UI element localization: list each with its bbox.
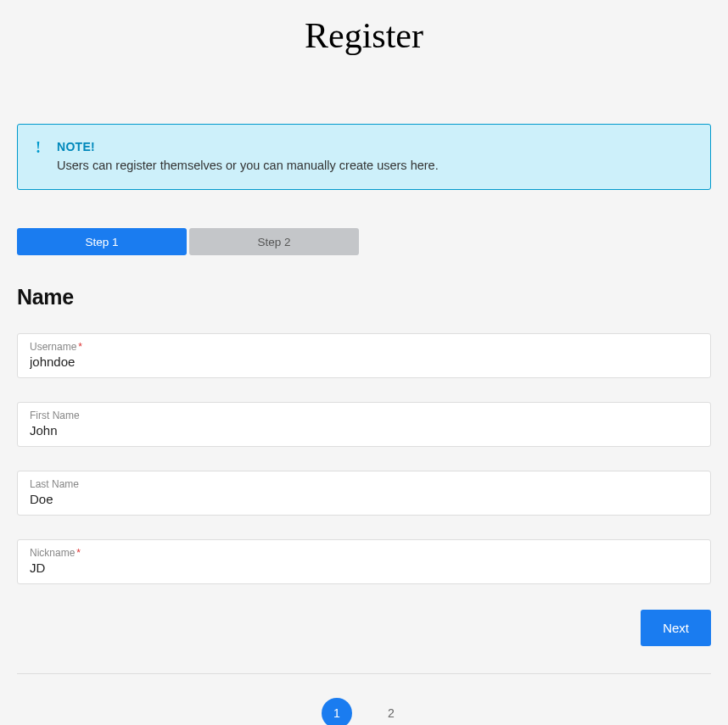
section-heading-name: Name [17, 285, 711, 310]
firstname-label: First Name [30, 410, 698, 421]
required-marker: * [78, 341, 82, 353]
lastname-input[interactable] [30, 492, 698, 506]
nickname-field-container[interactable]: Nickname* [17, 539, 711, 584]
lastname-field-container[interactable]: Last Name [17, 471, 711, 516]
page-title: Register [0, 0, 728, 64]
step-tab-1[interactable]: Step 1 [17, 228, 187, 255]
username-field-container[interactable]: Username* [17, 333, 711, 378]
firstname-field-container[interactable]: First Name [17, 402, 711, 447]
required-marker: * [76, 547, 81, 559]
username-label: Username* [30, 341, 698, 353]
nickname-label: Nickname* [30, 547, 698, 559]
note-title: NOTE! [57, 140, 693, 153]
nickname-input[interactable] [30, 560, 698, 575]
username-input[interactable] [30, 354, 698, 369]
step-tab-2[interactable]: Step 2 [189, 228, 359, 255]
note-banner: ! NOTE! Users can register themselves or… [17, 124, 711, 190]
page-2[interactable]: 2 [376, 698, 406, 725]
page-1[interactable]: 1 [322, 698, 352, 725]
divider [17, 673, 711, 674]
step-tabs: Step 1 Step 2 [17, 228, 711, 255]
firstname-input[interactable] [30, 423, 698, 438]
note-text: Users can register themselves or you can… [57, 157, 693, 174]
alert-icon: ! [35, 140, 42, 155]
lastname-label: Last Name [30, 478, 698, 490]
pagination: 1 2 [17, 698, 711, 725]
next-button[interactable]: Next [641, 610, 711, 646]
